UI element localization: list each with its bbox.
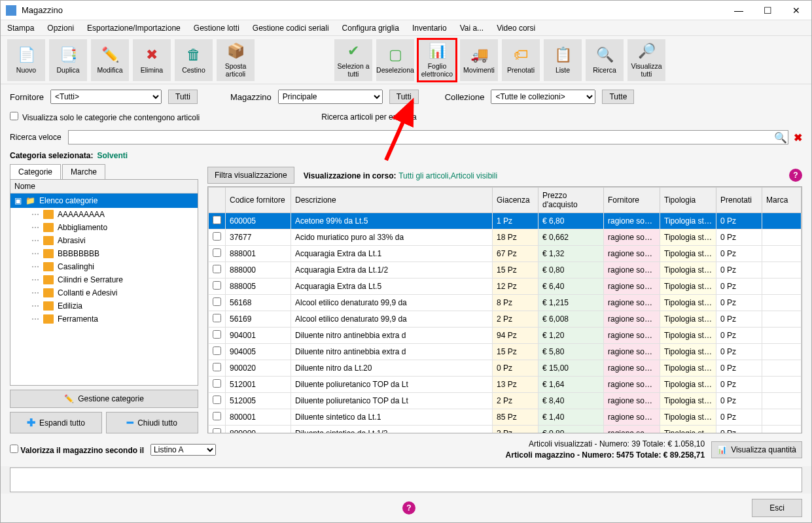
category-item[interactable]: ⋯Collanti e Adesivi bbox=[10, 286, 198, 299]
search-input[interactable] bbox=[68, 130, 788, 144]
articles-table-wrap[interactable]: Codice fornitoreDescrizioneGiacenzaPrezz… bbox=[207, 186, 802, 433]
filter-categories-checkbox-label[interactable]: Visualizza solo le categorie che conteng… bbox=[10, 112, 200, 122]
table-row[interactable]: 900020Diluente nitro da Lt.200 Pz€ 15,00… bbox=[209, 360, 802, 377]
tab-marche[interactable]: Marche bbox=[62, 164, 105, 179]
help-icon[interactable]: ? bbox=[789, 169, 802, 182]
visualizza-quantita-button[interactable]: 📊Visualizza quantità bbox=[711, 441, 802, 458]
row-checkbox[interactable] bbox=[213, 379, 221, 388]
column-header[interactable]: Prenotati bbox=[716, 188, 762, 213]
ricerca-enoteca-button[interactable]: Ricerca articoli per enoteca bbox=[311, 109, 427, 125]
table-row[interactable]: 56169Alcool etilico denaturato 99,9 da2 … bbox=[209, 311, 802, 328]
close-button[interactable]: ✕ bbox=[786, 5, 806, 16]
category-item[interactable]: ⋯BBBBBBBB bbox=[10, 247, 198, 260]
fornitore-tutti-button[interactable]: Tutti bbox=[168, 90, 198, 104]
column-header[interactable]: Codice fornitore bbox=[226, 188, 291, 213]
menu-vai-a-[interactable]: Vai a... bbox=[460, 24, 484, 33]
table-row[interactable]: 904005Diluente nitro antinebbia extra d1… bbox=[209, 344, 802, 360]
row-checkbox[interactable] bbox=[213, 396, 221, 404]
movimenti-button[interactable]: 🚚Movimenti bbox=[460, 39, 498, 81]
help-footer-icon[interactable]: ? bbox=[402, 501, 415, 515]
menu-esportazione-importazione[interactable]: Esportazione/Importazione bbox=[87, 24, 181, 33]
table-row[interactable]: 37677Acido muriatico puro al 33% da18 Pz… bbox=[209, 229, 802, 246]
foglio-button[interactable]: 📊Foglio elettronico bbox=[418, 39, 456, 81]
gestione-categorie-button[interactable]: ✏️ Gestione categorie bbox=[10, 390, 198, 408]
menu-video-corsi[interactable]: Video corsi bbox=[497, 24, 535, 33]
table-row[interactable]: 512001Diluente poliuretanico TOP da Lt13… bbox=[209, 377, 802, 393]
menu-inventario[interactable]: Inventario bbox=[412, 24, 447, 33]
menu-stampa[interactable]: Stampa bbox=[7, 24, 34, 33]
fornitore-select[interactable]: <Tutti> bbox=[50, 90, 162, 104]
seltutti-button[interactable]: ✔Selezion a tutti bbox=[334, 39, 372, 81]
magazzino-select[interactable]: Principale bbox=[278, 90, 383, 104]
tree-root[interactable]: ▣ 📁 Elenco categorie bbox=[10, 194, 198, 208]
duplica-button[interactable]: 📑Duplica bbox=[49, 39, 87, 81]
collapse-icon[interactable]: ▣ bbox=[14, 196, 22, 205]
row-checkbox[interactable] bbox=[213, 346, 221, 355]
column-header[interactable]: Fornitore bbox=[604, 188, 660, 213]
category-item[interactable]: ⋯Abbigliamento bbox=[10, 221, 198, 234]
row-checkbox[interactable] bbox=[213, 330, 221, 339]
column-header[interactable]: Descrizione bbox=[291, 188, 493, 213]
row-checkbox[interactable] bbox=[213, 281, 221, 290]
listino-select[interactable]: Listino A bbox=[150, 444, 216, 456]
search-icon[interactable]: 🔍 bbox=[774, 131, 787, 144]
table-row[interactable]: 888005Acquaragia Extra da Lt.512 Pz€ 6,4… bbox=[209, 278, 802, 295]
menu-configura-griglia[interactable]: Configura griglia bbox=[342, 24, 399, 33]
row-checkbox[interactable] bbox=[213, 428, 221, 433]
row-checkbox[interactable] bbox=[213, 216, 221, 224]
liste-button[interactable]: 📋Liste bbox=[544, 39, 582, 81]
collezione-select[interactable]: <Tutte le collezioni> bbox=[491, 90, 595, 104]
category-item[interactable]: ⋯Abrasivi bbox=[10, 234, 198, 247]
filter-categories-checkbox[interactable] bbox=[10, 112, 18, 120]
column-header[interactable]: Marca bbox=[762, 188, 802, 213]
minimize-button[interactable]: — bbox=[729, 5, 749, 16]
category-item[interactable]: ⋯Edilizia bbox=[10, 299, 198, 312]
cestino-button[interactable]: 🗑Cestino bbox=[175, 39, 213, 81]
desel-button[interactable]: ▢Deseleziona bbox=[376, 39, 414, 81]
row-checkbox[interactable] bbox=[213, 232, 221, 241]
vistutti-button[interactable]: 🔎Visualizza tutti bbox=[627, 39, 665, 81]
valorizza-checkbox-label[interactable]: Valorizza il magazzino secondo il bbox=[10, 445, 144, 455]
category-item[interactable]: ⋯Casalinghi bbox=[10, 260, 198, 273]
row-checkbox[interactable] bbox=[213, 314, 221, 322]
table-row[interactable]: 800001Diluente sintetico da Lt.185 Pz€ 1… bbox=[209, 409, 802, 426]
row-checkbox[interactable] bbox=[213, 412, 221, 420]
row-checkbox[interactable] bbox=[213, 363, 221, 371]
row-checkbox[interactable] bbox=[213, 248, 221, 257]
column-header[interactable]: Tipologia bbox=[660, 188, 716, 213]
column-header[interactable] bbox=[209, 188, 226, 213]
table-row[interactable]: 800000Diluente sintetico da Lt.1/23 Pz€ … bbox=[209, 426, 802, 434]
modifica-button[interactable]: ✏️Modifica bbox=[91, 39, 129, 81]
column-header[interactable]: Prezzo d'acquisto bbox=[538, 188, 604, 213]
nuovo-button[interactable]: 📄Nuovo bbox=[7, 39, 45, 81]
category-tree[interactable]: Nome ▣ 📁 Elenco categorie ⋯AAAAAAAAA⋯Abb… bbox=[10, 179, 198, 386]
clear-search-icon[interactable]: ✖ bbox=[794, 131, 802, 144]
table-row[interactable]: 904001Diluente nitro antinebbia extra d9… bbox=[209, 328, 802, 344]
category-item[interactable]: ⋯AAAAAAAAA bbox=[10, 208, 198, 221]
prenotati-button[interactable]: 🏷Prenotati bbox=[502, 39, 540, 81]
category-item[interactable]: ⋯Ferramenta bbox=[10, 312, 198, 326]
row-checkbox[interactable] bbox=[213, 265, 221, 273]
table-row[interactable]: 600005Acetone 99% da Lt.51 Pz€ 6,80ragio… bbox=[209, 213, 802, 229]
table-row[interactable]: 888000Acquaragia Extra da Lt.1/215 Pz€ 0… bbox=[209, 262, 802, 278]
menu-gestione-codici-seriali[interactable]: Gestione codici seriali bbox=[253, 24, 329, 33]
menu-opzioni[interactable]: Opzioni bbox=[47, 24, 74, 33]
ricerca-button[interactable]: 🔍Ricerca bbox=[586, 39, 624, 81]
row-checkbox[interactable] bbox=[213, 297, 221, 306]
column-header[interactable]: Giacenza bbox=[493, 188, 538, 213]
elimina-button[interactable]: ✖Elimina bbox=[133, 39, 171, 81]
espandi-tutto-button[interactable]: ✚Espandi tutto bbox=[10, 412, 102, 433]
menu-gestione-lotti[interactable]: Gestione lotti bbox=[194, 24, 239, 33]
tab-categorie[interactable]: Categorie bbox=[10, 164, 61, 179]
valorizza-checkbox[interactable] bbox=[10, 445, 18, 453]
sposta-button[interactable]: 📦Sposta articoli bbox=[217, 39, 255, 81]
table-row[interactable]: 888001Acquaragia Extra da Lt.167 Pz€ 1,3… bbox=[209, 246, 802, 262]
table-row[interactable]: 56168Alcool etilico denaturato 99,9 da8 … bbox=[209, 295, 802, 311]
filtra-visualizzazione-button[interactable]: Filtra visualizzazione bbox=[207, 167, 294, 184]
magazzino-tutti-button[interactable]: Tutti bbox=[389, 90, 419, 104]
chiudi-tutto-button[interactable]: ━Chiudi tutto bbox=[106, 412, 198, 433]
maximize-button[interactable]: ☐ bbox=[758, 5, 777, 16]
table-row[interactable]: 512005Diluente poliuretanico TOP da Lt2 … bbox=[209, 393, 802, 409]
category-item[interactable]: ⋯Cilindri e Serrature bbox=[10, 273, 198, 286]
collezione-tutte-button[interactable]: Tutte bbox=[602, 90, 634, 104]
